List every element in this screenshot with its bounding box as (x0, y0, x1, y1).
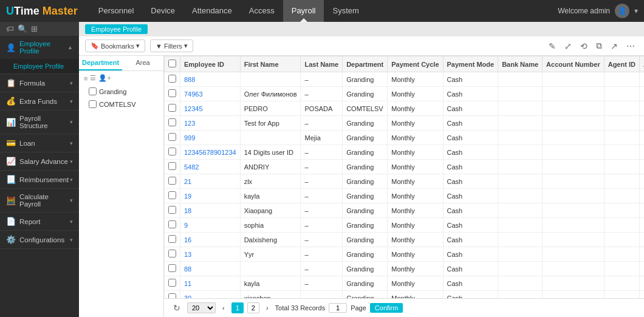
prev-page-btn[interactable]: ‹ (219, 303, 228, 313)
table-row: 74963 Олег Филимонов – Granding Monthly … (165, 87, 645, 101)
cell-cycle-6: Monthly (388, 160, 443, 174)
sidebar-item-loan[interactable]: 💳 Loan ▾ (0, 134, 79, 152)
cell-id-10[interactable]: 9 (180, 218, 241, 233)
cell-id-8[interactable]: 19 (180, 189, 241, 203)
cell-id-4[interactable]: 999 (180, 131, 241, 145)
row-checkbox-7[interactable] (165, 174, 180, 189)
nav-system[interactable]: System (324, 0, 367, 22)
row-checkbox-4[interactable] (165, 131, 180, 145)
row-checkbox-1[interactable] (165, 87, 180, 101)
row-checkbox-15[interactable] (165, 291, 180, 299)
sidebar-sub-item-employee-profile[interactable]: Employee Profile (0, 59, 79, 73)
cell-last-12: – (301, 247, 343, 262)
sidebar-item-salary-advance[interactable]: 📈 Salary Advance ▾ (0, 152, 79, 170)
cell-dept-14: Granding (343, 276, 388, 291)
search-icon[interactable]: 🔍 (18, 24, 27, 33)
page-size-select[interactable]: 10 20 50 100 (187, 302, 216, 313)
top-nav: UTime Master Personnel Device Attendance… (0, 0, 644, 22)
filters-button[interactable]: ▼ Filters ▾ (150, 39, 193, 52)
more-toolbar-icon[interactable]: ⋯ (623, 39, 638, 53)
next-page-btn[interactable]: › (263, 303, 272, 313)
cell-id-6[interactable]: 5482 (180, 160, 241, 174)
cell-id-15[interactable]: 30 (180, 291, 241, 299)
tree-item-comtelsv[interactable]: COMTELSV (79, 98, 163, 111)
confirm-btn[interactable]: Confirm (370, 303, 403, 313)
user-dropdown-icon[interactable]: ▾ (634, 7, 638, 15)
row-checkbox-9[interactable] (165, 203, 180, 218)
row-checkbox-3[interactable] (165, 116, 180, 131)
nav-payroll[interactable]: Payroll (283, 0, 324, 22)
breadcrumb-tab[interactable]: Employee Profile (85, 24, 148, 34)
select-all-checkbox[interactable] (168, 60, 176, 67)
row-checkbox-10[interactable] (165, 218, 180, 233)
tag-icon[interactable]: 🏷 (6, 24, 14, 33)
tree-expand-icon[interactable]: ≡ (84, 75, 87, 82)
tab-department[interactable]: Department (79, 56, 122, 70)
cell-agent-account-9 (639, 203, 644, 218)
tab-area[interactable]: Area (122, 56, 163, 70)
report-icon: 📄 (6, 217, 16, 226)
arrow-icon-9: ▾ (70, 219, 73, 225)
row-checkbox-0[interactable] (165, 72, 180, 87)
tree-item-granding[interactable]: Granding (79, 85, 163, 98)
sidebar-item-employee-profile[interactable]: 👤 Employee Profile ▲ (0, 36, 79, 59)
tree-add-icon[interactable]: 👤+ (98, 74, 111, 82)
page-2-btn[interactable]: 2 (247, 302, 259, 313)
sidebar-item-report[interactable]: 📄 Report ▾ (0, 213, 79, 230)
cell-id-9[interactable]: 18 (180, 203, 241, 218)
row-checkbox-13[interactable] (165, 262, 180, 276)
cell-agent-id-4 (604, 131, 639, 145)
row-checkbox-6[interactable] (165, 160, 180, 174)
cell-id-1[interactable]: 74963 (180, 87, 241, 101)
expand-toolbar-icon[interactable]: ⤢ (561, 39, 575, 53)
row-checkbox-14[interactable] (165, 276, 180, 291)
history-toolbar-icon[interactable]: ⟲ (577, 39, 591, 53)
cell-id-14[interactable]: 11 (180, 276, 241, 291)
nav-device[interactable]: Device (142, 0, 183, 22)
sidebar-item-payroll-structure[interactable]: 📊 Payroll Structure ▾ (0, 111, 79, 134)
user-avatar[interactable]: 👤 (615, 4, 629, 18)
tree-list-icon[interactable]: ☰ (90, 74, 96, 82)
cell-cycle-13: Monthly (388, 262, 443, 276)
sidebar-item-extra-funds[interactable]: 💰 Extra Funds ▾ (0, 92, 79, 110)
row-checkbox-8[interactable] (165, 189, 180, 203)
page-input[interactable] (329, 303, 347, 313)
edit-toolbar-icon[interactable]: ✎ (546, 39, 559, 53)
nav-access[interactable]: Access (241, 0, 283, 22)
row-checkbox-5[interactable] (165, 145, 180, 160)
row-checkbox-11[interactable] (165, 233, 180, 247)
refresh-icon[interactable]: ↻ (170, 301, 183, 315)
row-checkbox-12[interactable] (165, 247, 180, 262)
row-checkbox-2[interactable] (165, 101, 180, 116)
cell-dept-11: Granding (343, 233, 388, 247)
nav-personnel[interactable]: Personnel (90, 0, 143, 22)
cell-id-2[interactable]: 12345 (180, 101, 241, 116)
checkbox-comtelsv[interactable] (89, 100, 97, 108)
logo-u: U (6, 5, 14, 17)
cell-id-5[interactable]: 12345678901234 (180, 145, 241, 160)
copy-toolbar-icon[interactable]: ⧉ (593, 39, 605, 53)
cell-id-13[interactable]: 88 (180, 262, 241, 276)
share-toolbar-icon[interactable]: ↗ (608, 39, 621, 53)
cell-id-0[interactable]: 888 (180, 72, 241, 87)
sidebar-item-formula[interactable]: 📋 Formula ▾ (0, 74, 79, 92)
bookmarks-button[interactable]: 🔖 Bookmarks ▾ (85, 39, 145, 52)
logo-time: Time (14, 5, 39, 17)
checkbox-granding[interactable] (89, 87, 97, 95)
page-1-btn[interactable]: 1 (231, 302, 244, 313)
cell-id-12[interactable]: 13 (180, 247, 241, 262)
cell-id-7[interactable]: 21 (180, 174, 241, 189)
cell-dept-9: Granding (343, 203, 388, 218)
cell-first-6: ANDRIY (240, 160, 301, 174)
cell-id-11[interactable]: 16 (180, 233, 241, 247)
sidebar-item-calculate-payroll[interactable]: 🧮 Calculate Payroll ▾ (0, 189, 79, 212)
cell-id-3[interactable]: 123 (180, 116, 241, 131)
col-last-name: Last Name (301, 56, 343, 72)
cell-first-12: Yyr (240, 247, 301, 262)
sidebar-item-reimbursement[interactable]: 📃 Reimbursement ▾ (0, 171, 79, 188)
cell-agent-account-7 (639, 174, 644, 189)
sidebar-item-configurations[interactable]: ⚙️ Configurations ▾ (0, 231, 79, 248)
nav-attendance[interactable]: Attendance (183, 0, 241, 22)
grid-icon[interactable]: ⊞ (31, 24, 38, 33)
table-row: 12345 PEDRO POSADA COMTELSV Monthly Cash… (165, 101, 645, 116)
